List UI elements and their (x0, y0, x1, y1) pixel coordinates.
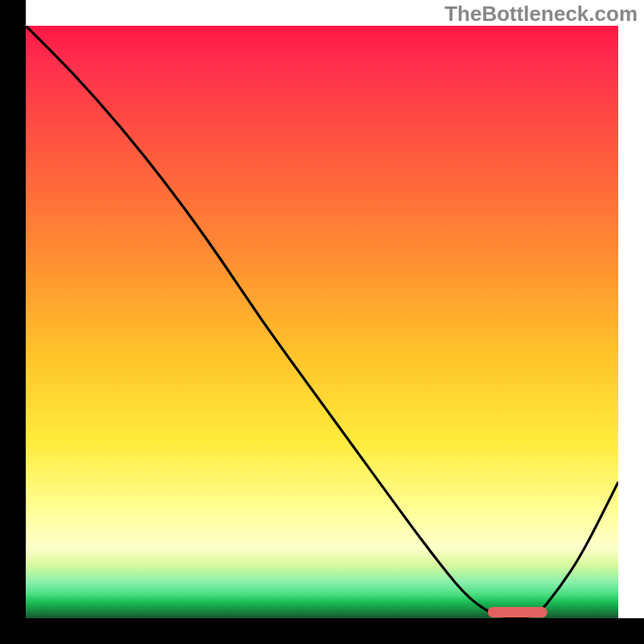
x-axis-bar (0, 618, 644, 644)
plot-area (26, 26, 618, 618)
chart-root: TheBottleneck.com (0, 0, 644, 644)
bottleneck-curve (26, 26, 618, 618)
y-axis-bar (0, 0, 26, 644)
watermark-text: TheBottleneck.com (444, 2, 638, 27)
optimal-range-marker (488, 607, 547, 617)
curve-overlay (26, 26, 618, 618)
